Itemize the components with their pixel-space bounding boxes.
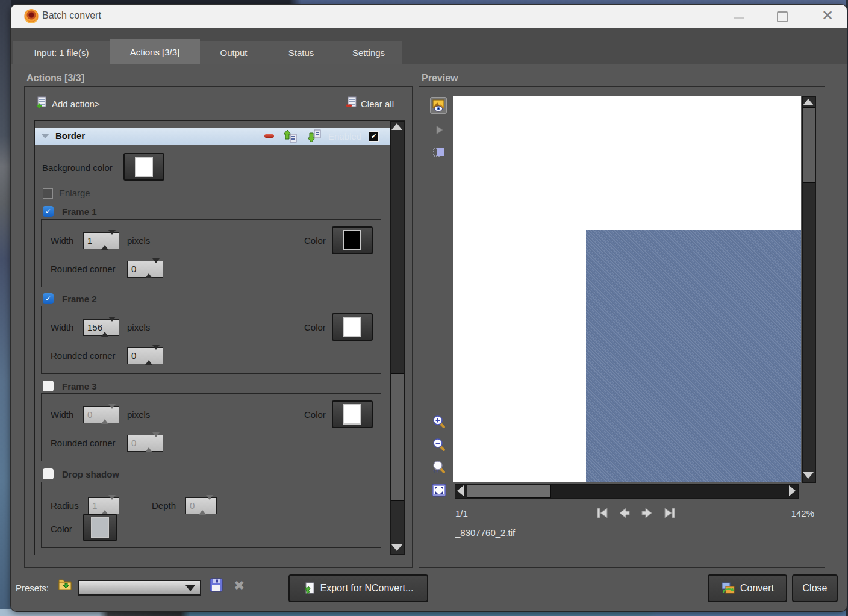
frame1-rounded-spinner[interactable]: 0 xyxy=(127,261,163,278)
convert-button[interactable]: Convert xyxy=(708,574,787,602)
radius-value: 1 xyxy=(92,500,97,511)
tab-settings-label: Settings xyxy=(352,48,385,58)
frame3-width-spinner[interactable]: 0 xyxy=(83,406,119,423)
preset-select[interactable] xyxy=(78,580,201,596)
frame1-width-value: 1 xyxy=(87,235,92,246)
shadow-color-label: Color xyxy=(51,524,72,534)
xnview-logo-icon xyxy=(24,9,39,23)
close-button[interactable]: Close xyxy=(792,574,838,602)
frame3-width-value: 0 xyxy=(87,409,92,420)
depth-arrows-icon[interactable] xyxy=(199,500,213,511)
frame2-rounded-spinner[interactable]: 0 xyxy=(127,347,163,364)
tab-output[interactable]: Output xyxy=(200,41,267,64)
fit-to-window-icon[interactable] xyxy=(431,482,447,498)
batch-convert-dialog: Batch convert ✕ Input: 1 file(s) Actions… xyxy=(11,5,847,611)
tab-output-label: Output xyxy=(220,48,247,58)
zoom-in-icon[interactable] xyxy=(431,414,447,430)
last-image-icon[interactable] xyxy=(662,506,677,520)
preset-dropdown-arrow-icon xyxy=(186,585,195,591)
frame1-rounded-label: Rounded corner xyxy=(51,264,116,274)
background-color-button[interactable] xyxy=(123,153,164,181)
close-window-button[interactable]: ✕ xyxy=(819,7,836,24)
preview-toggle-icon[interactable] xyxy=(430,97,447,114)
clear-all-button[interactable]: Clear all xyxy=(361,99,394,109)
drop-shadow-checkbox[interactable] xyxy=(43,468,54,479)
tab-status[interactable]: Status xyxy=(267,41,335,64)
frame3-rounded-spinner[interactable]: 0 xyxy=(127,435,163,452)
minimize-button[interactable] xyxy=(734,12,744,19)
add-action-button[interactable]: Add action> xyxy=(52,99,100,109)
zoom-level: 142% xyxy=(776,508,814,518)
collapse-arrow-icon[interactable] xyxy=(41,134,49,138)
actions-scrollbar-thumb[interactable] xyxy=(391,373,404,501)
frame1-color-label: Color xyxy=(304,235,326,246)
maximize-button[interactable] xyxy=(777,11,788,22)
preview-scroll-down-icon[interactable] xyxy=(803,472,814,479)
frame1-color-button[interactable] xyxy=(332,226,373,254)
move-action-up-icon[interactable] xyxy=(283,129,298,143)
frame3-color-swatch xyxy=(343,404,361,425)
radius-spinner[interactable]: 1 xyxy=(88,497,119,514)
frame2-width-arrows-icon[interactable] xyxy=(101,322,116,332)
frame3-width-arrows-icon[interactable] xyxy=(101,409,116,420)
radius-arrows-icon[interactable] xyxy=(101,500,116,511)
save-preset-icon[interactable] xyxy=(210,578,223,593)
depth-label: Depth xyxy=(152,500,176,511)
enlarge-checkbox[interactable] xyxy=(43,188,53,199)
preview-panel-title: Preview xyxy=(422,73,458,84)
frame2-width-label: Width xyxy=(51,322,73,332)
tab-actions[interactable]: Actions [3/3] xyxy=(110,39,200,64)
frame2-pixels-label: pixels xyxy=(127,322,150,332)
frame2-color-button[interactable] xyxy=(332,313,373,341)
frame1-width-arrows-icon[interactable] xyxy=(101,235,116,246)
tab-input-label: Input: 1 file(s) xyxy=(34,48,89,58)
frame3-checkbox[interactable] xyxy=(43,381,54,391)
frame1-color-swatch xyxy=(343,230,361,250)
delete-preset-icon[interactable]: ✖ xyxy=(234,578,245,594)
frame3-width-label: Width xyxy=(51,409,73,420)
frame2-color-label: Color xyxy=(304,322,326,332)
preview-hscrollbar-thumb[interactable] xyxy=(467,485,551,498)
radius-label: Radius xyxy=(51,500,79,511)
move-action-down-icon[interactable] xyxy=(307,129,322,143)
frame1-width-spinner[interactable]: 1 xyxy=(83,232,119,249)
actions-scroll-up-icon[interactable] xyxy=(391,123,402,130)
enabled-checkbox[interactable]: ✔ xyxy=(369,131,379,142)
svg-text:1:1: 1:1 xyxy=(433,470,439,474)
tab-status-label: Status xyxy=(288,48,314,58)
tab-settings[interactable]: Settings xyxy=(335,41,402,64)
next-image-icon[interactable] xyxy=(640,506,654,520)
clear-all-icon xyxy=(346,96,358,108)
open-preset-icon[interactable] xyxy=(58,577,72,591)
frame3-color-button[interactable] xyxy=(332,400,373,428)
frame1-rounded-arrows-icon[interactable] xyxy=(145,263,160,274)
frame2-checkbox[interactable]: ✓ xyxy=(43,293,54,304)
preview-scroll-right-icon[interactable] xyxy=(789,485,796,496)
actions-scroll-down-icon[interactable] xyxy=(391,544,402,551)
remove-action-icon[interactable] xyxy=(264,134,274,138)
preview-scroll-left-icon[interactable] xyxy=(457,485,464,496)
frame2-rounded-arrows-icon[interactable] xyxy=(145,350,160,361)
frame3-rounded-label: Rounded corner xyxy=(51,438,116,448)
export-nconvert-button[interactable]: Export for NConvert... xyxy=(288,574,428,602)
frame2-color-swatch xyxy=(343,317,361,337)
shadow-color-button[interactable] xyxy=(83,514,117,541)
frame2-width-spinner[interactable]: 156 xyxy=(83,319,119,336)
export-button-label: Export for NConvert... xyxy=(320,583,414,594)
preview-vscrollbar-thumb[interactable] xyxy=(803,107,815,183)
background-color-swatch xyxy=(135,157,153,177)
frame2-title: Frame 2 xyxy=(62,294,97,304)
play-preview-icon[interactable] xyxy=(431,122,447,138)
frame3-rounded-arrows-icon[interactable] xyxy=(145,437,160,448)
frame1-checkbox[interactable]: ✓ xyxy=(43,206,54,217)
zoom-out-icon[interactable] xyxy=(431,437,447,453)
zoom-actual-size-icon[interactable]: 1:1 xyxy=(431,459,447,475)
previous-image-icon[interactable] xyxy=(617,506,632,520)
frame2-group xyxy=(41,306,381,374)
depth-spinner[interactable]: 0 xyxy=(186,497,217,514)
frame1-group xyxy=(41,219,381,287)
crop-selection-icon[interactable] xyxy=(431,145,447,160)
first-image-icon[interactable] xyxy=(595,506,610,520)
preview-scroll-up-icon[interactable] xyxy=(803,99,814,105)
tab-input[interactable]: Input: 1 file(s) xyxy=(13,41,110,64)
